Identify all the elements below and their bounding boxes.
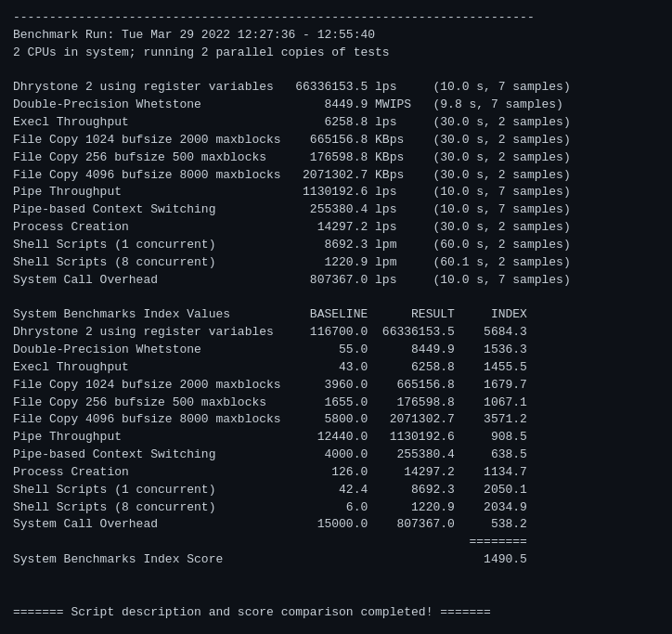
terminal-content: ----------------------------------------… (13, 9, 659, 622)
terminal: ----------------------------------------… (13, 9, 659, 622)
